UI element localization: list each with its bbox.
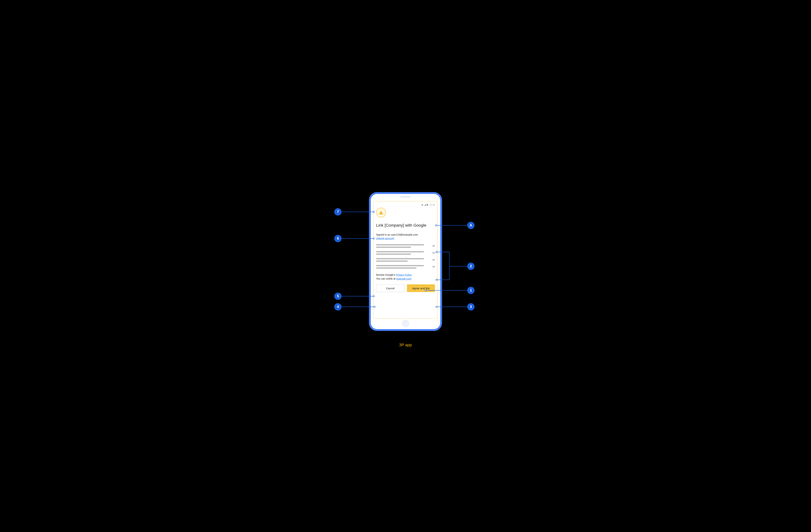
callout-3: 3	[467, 303, 475, 310]
leader-endpoint	[435, 306, 438, 308]
callout-5: 5	[334, 292, 341, 300]
diagram-stage: 12:30 Link [Company] with Google Signed …	[281, 185, 530, 340]
leader-lines	[281, 185, 530, 340]
callout-1: 1	[467, 287, 475, 294]
callout-4: 4	[334, 303, 341, 310]
callout-7: 7	[334, 208, 341, 215]
callout-6: 6	[334, 235, 341, 242]
callout-A: A	[467, 222, 475, 229]
diagram-caption: 3P app	[399, 343, 412, 347]
callout-2: 2	[467, 263, 475, 270]
leader-endpoint	[373, 295, 374, 297]
leader-endpoint	[425, 289, 427, 291]
leader-endpoint	[373, 238, 374, 240]
leader-endpoint	[435, 279, 438, 281]
leader-endpoint	[373, 306, 376, 308]
leader-endpoint	[435, 251, 438, 253]
leader-endpoint	[435, 225, 437, 226]
leader-endpoint	[373, 211, 374, 213]
